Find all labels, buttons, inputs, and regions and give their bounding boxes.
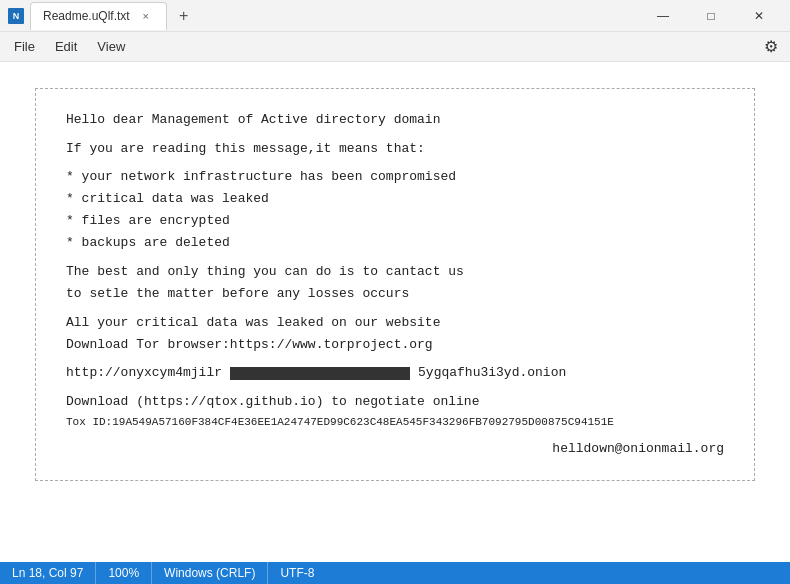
close-window-button[interactable]: ✕: [736, 0, 782, 32]
line-3: * your network infrastructure has been c…: [66, 166, 724, 188]
url-suffix: 5ygqafhu3i3yd.onion: [418, 362, 566, 384]
cursor-position: Ln 18, Col 97: [12, 562, 96, 584]
content-area: PCrisk Hello dear Management of Active d…: [0, 62, 790, 562]
view-menu[interactable]: View: [87, 35, 135, 58]
line-12: Tox ID:19A549A57160F384CF4E36EE1A24747ED…: [66, 413, 724, 432]
title-bar: N Readme.uQlf.txt × + — □ ✕: [0, 0, 790, 32]
url-line: http://onyxcym4mjilr 5ygqafhu3i3yd.onion: [66, 362, 724, 384]
tab-bar: N Readme.uQlf.txt × +: [8, 2, 640, 30]
line-1: Hello dear Management of Active director…: [66, 109, 724, 131]
maximize-button[interactable]: □: [688, 0, 734, 32]
menu-items: File Edit View: [4, 35, 135, 58]
line-10: Download Tor browser:https://www.torproj…: [66, 334, 724, 356]
line-5: * files are encrypted: [66, 210, 724, 232]
app-icon: N: [8, 8, 24, 24]
window-controls: — □ ✕: [640, 0, 782, 32]
minimize-button[interactable]: —: [640, 0, 686, 32]
zoom-level: 100%: [96, 562, 152, 584]
text-content: Hello dear Management of Active director…: [35, 88, 755, 481]
status-bar: Ln 18, Col 97 100% Windows (CRLF) UTF-8: [0, 562, 790, 584]
edit-menu[interactable]: Edit: [45, 35, 87, 58]
redacted-url: [230, 367, 410, 380]
file-menu[interactable]: File: [4, 35, 45, 58]
line-6: * backups are deleted: [66, 232, 724, 254]
new-tab-button[interactable]: +: [171, 3, 197, 29]
url-prefix: http://onyxcym4mjilr: [66, 362, 222, 384]
encoding: UTF-8: [268, 562, 326, 584]
menu-bar: File Edit View ⚙: [0, 32, 790, 62]
active-tab[interactable]: Readme.uQlf.txt ×: [30, 2, 167, 30]
settings-button[interactable]: ⚙: [756, 32, 786, 62]
line-ending: Windows (CRLF): [152, 562, 268, 584]
line-11: Download (https://qtox.github.io) to neg…: [66, 391, 724, 413]
line-7: The best and only thing you can do is to…: [66, 261, 724, 283]
line-9: All your critical data was leaked on our…: [66, 312, 724, 334]
line-2: If you are reading this message,it means…: [66, 138, 724, 160]
line-8: to setle the matter before any losses oc…: [66, 283, 724, 305]
close-tab-button[interactable]: ×: [138, 8, 154, 24]
line-4: * critical data was leaked: [66, 188, 724, 210]
tab-title: Readme.uQlf.txt: [43, 9, 130, 23]
line-13: helldown@onionmail.org: [66, 438, 724, 460]
